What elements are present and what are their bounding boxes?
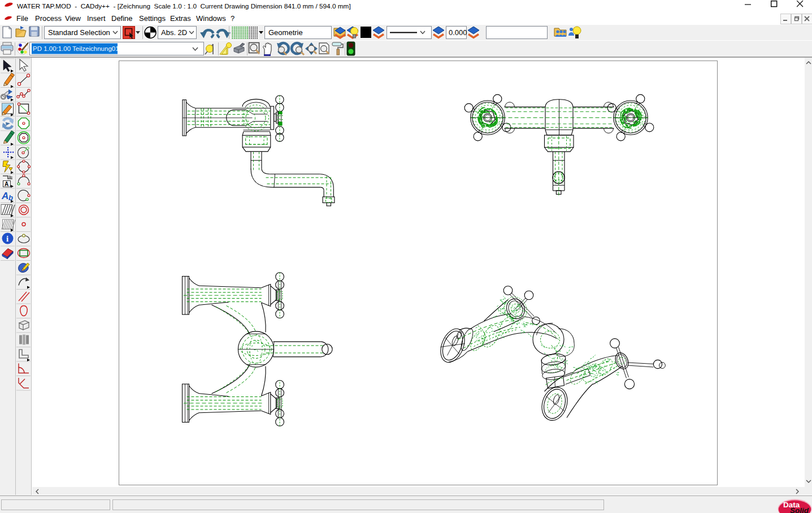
svg-text:0.000: 0.000 xyxy=(449,28,467,37)
svg-text:A: A xyxy=(5,181,8,187)
svg-text:Abs. 2D: Abs. 2D xyxy=(161,28,187,37)
svg-text:PD 1.00:1.00 Teilzeichnung01: PD 1.00:1.00 Teilzeichnung01 xyxy=(33,45,119,52)
svg-text:Standard Selection: Standard Selection xyxy=(48,28,110,37)
svg-text:Geometrie: Geometrie xyxy=(268,28,303,37)
svg-text:A: A xyxy=(1,191,8,201)
svg-text:i: i xyxy=(6,234,8,243)
svg-text:Solid: Solid xyxy=(790,506,809,513)
